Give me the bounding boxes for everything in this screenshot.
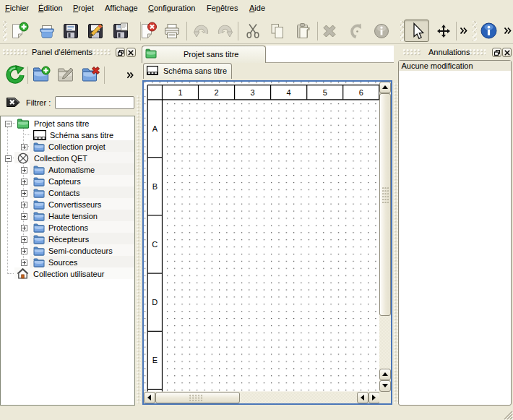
svg-text:B: B bbox=[152, 182, 158, 191]
svg-text:C: C bbox=[152, 240, 158, 249]
svg-text:A: A bbox=[152, 124, 158, 133]
svg-text:1: 1 bbox=[178, 88, 182, 97]
svg-text:6: 6 bbox=[359, 88, 363, 97]
svg-text:4: 4 bbox=[287, 88, 291, 97]
svg-text:D: D bbox=[152, 298, 158, 307]
svg-text:3: 3 bbox=[251, 88, 255, 97]
svg-text:2: 2 bbox=[214, 88, 218, 97]
svg-text:5: 5 bbox=[323, 88, 327, 97]
svg-text:E: E bbox=[152, 356, 158, 364]
